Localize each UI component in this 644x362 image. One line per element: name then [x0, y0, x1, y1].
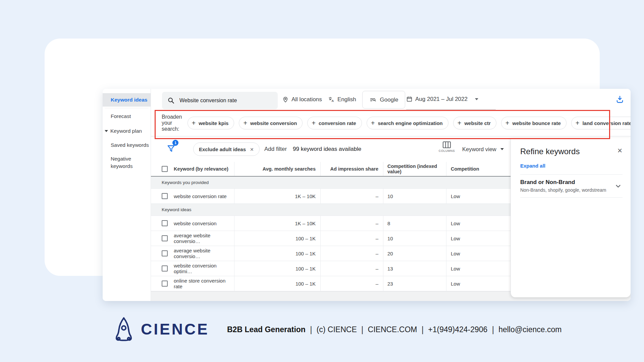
cell-competition-indexed: 13 — [383, 261, 446, 276]
cell-competition-indexed: 10 — [383, 189, 446, 203]
cell-avg-searches: 100 – 1K — [234, 261, 320, 276]
cell-competition-indexed: 8 — [383, 216, 446, 231]
cell-ad-impression: – — [320, 189, 383, 203]
page: Keyword ideas Forecast Keyword plan Save… — [0, 0, 644, 362]
sidebar-item-label: Keyword plan — [110, 128, 142, 134]
close-panel-button[interactable] — [617, 147, 623, 155]
badge-value: 1 — [174, 141, 176, 145]
date-range-selector[interactable]: Aug 2021 – Jul 2022 — [406, 89, 496, 110]
tagline-bold: B2B Lead Generation — [227, 325, 306, 334]
broaden-chip-conversion-rate[interactable]: conversion rate — [307, 117, 362, 129]
view-selector-value: Keyword view — [462, 146, 496, 153]
sidebar-item-label: Saved keywords — [111, 142, 149, 148]
chip-label: search engine optimization — [378, 120, 442, 126]
filter-bar: 1 Exclude adult ideas Add filter 99 keyw… — [151, 136, 511, 162]
broaden-chip-land-conversion-rate[interactable]: land conversion rate — [571, 117, 631, 129]
cience-wordmark: CIENCE — [141, 320, 209, 338]
table-row[interactable]: average website conversio… 100 – 1K – 20… — [151, 246, 511, 261]
close-icon[interactable] — [250, 146, 254, 152]
network-selector[interactable]: Google — [362, 91, 405, 109]
tagline-copyright: (c) CIENCE — [317, 325, 357, 334]
language-selector[interactable]: A English — [328, 89, 356, 110]
select-all-checkbox[interactable] — [162, 166, 168, 172]
chevron-down-icon — [500, 148, 504, 150]
table-row[interactable]: online store conversion rate 100 – 1K – … — [151, 276, 511, 291]
table-row[interactable]: average website conversio… 100 – 1K – 10… — [151, 231, 511, 246]
header-avg-monthly-searches: Avg. monthly searches — [234, 162, 320, 176]
broaden-chip-website-bounce-rate[interactable]: website bounce rate — [501, 117, 567, 129]
chip-label: website bounce rate — [513, 120, 561, 126]
chip-label: website kpis — [199, 120, 228, 126]
separator: | — [361, 324, 364, 335]
keyword-planner-screenshot: Keyword ideas Forecast Keyword plan Save… — [103, 89, 631, 301]
date-range-value: Aug 2021 – Jul 2022 — [415, 96, 468, 103]
separator: | — [422, 324, 424, 335]
location-pin-icon — [282, 96, 289, 103]
plus-icon — [458, 120, 462, 126]
plus-icon — [312, 120, 316, 126]
table-row[interactable]: website conversion 1K – 10K – 8 Low — [151, 216, 511, 231]
broaden-chip-seo[interactable]: search engine optimization — [367, 117, 448, 129]
row-checkbox[interactable] — [162, 250, 168, 256]
exclude-adult-ideas-chip[interactable]: Exclude adult ideas — [193, 142, 260, 156]
row-checkbox[interactable] — [162, 220, 168, 226]
table-header-row: Keyword (by relevance) Avg. monthly sear… — [151, 162, 511, 177]
add-filter-button[interactable]: Add filter — [264, 136, 287, 162]
separator: | — [492, 324, 494, 335]
svg-text:A: A — [331, 99, 334, 103]
cell-competition: Low — [446, 261, 511, 276]
download-button[interactable] — [615, 95, 625, 104]
broaden-chip-website-ctr[interactable]: website ctr — [453, 117, 496, 129]
cell-competition: Low — [446, 246, 511, 261]
network-value: Google — [380, 97, 398, 103]
columns-button[interactable]: COLUMNS — [436, 141, 457, 153]
separator: | — [310, 324, 312, 335]
plus-icon — [371, 120, 375, 126]
cell-ad-impression: – — [320, 231, 383, 246]
header-ad-impression-share: Ad impression share — [320, 162, 383, 176]
cell-avg-searches: 100 – 1K — [234, 231, 320, 246]
chip-label: land conversion rate — [582, 120, 631, 126]
cell-competition-indexed: 20 — [383, 246, 446, 261]
top-toolbar: Website conversion rate All locations A — [151, 89, 631, 110]
row-checkbox[interactable] — [162, 265, 168, 272]
main-area: Website conversion rate All locations A — [151, 89, 631, 301]
cell-keyword: website conversion rate — [174, 193, 227, 199]
footer-branding: CIENCE B2B Lead Generation | (c) CIENCE … — [0, 316, 644, 346]
sidebar-item-negative-keywords[interactable]: Negative keywords — [103, 155, 146, 170]
table-row[interactable]: website conversion optimi… 100 – 1K – 13… — [151, 261, 511, 276]
chip-label: website ctr — [464, 120, 490, 126]
keyword-search-input[interactable]: Website conversion rate — [162, 92, 278, 109]
sidebar-item-keyword-ideas[interactable]: Keyword ideas — [103, 93, 151, 107]
search-icon — [167, 97, 175, 104]
refine-group-brand[interactable]: Brand or Non-Brand Non-Brands, shopify, … — [520, 174, 623, 198]
sidebar-item-forecast[interactable]: Forecast — [103, 110, 151, 123]
table-section-title: Keyword ideas — [151, 204, 511, 216]
cell-avg-searches: 100 – 1K — [234, 246, 320, 261]
broaden-label: Broaden your search: — [162, 114, 182, 132]
keyword-count-status: 99 keyword ideas available — [293, 136, 361, 162]
table-row[interactable]: website conversion rate 1K – 10K – 10 Lo… — [151, 189, 511, 204]
plus-icon — [505, 120, 509, 126]
table-section-title: Keywords you provided — [151, 177, 511, 189]
keyword-view-selector[interactable]: Keyword view — [462, 136, 504, 162]
language-value: English — [337, 96, 356, 103]
promo-card: Keyword ideas Forecast Keyword plan Save… — [45, 39, 600, 276]
broaden-chip-website-kpis[interactable]: website kpis — [187, 117, 234, 129]
cience-rocket-logo — [113, 316, 135, 343]
row-checkbox[interactable] — [162, 235, 168, 241]
sidebar-item-keyword-plan[interactable]: Keyword plan — [103, 124, 151, 138]
chip-label: Exclude adult ideas — [199, 146, 246, 152]
expand-all-link[interactable]: Expand all — [520, 163, 623, 169]
sidebar-item-saved-keywords[interactable]: Saved keywords — [103, 138, 151, 152]
broaden-chip-website-conversion[interactable]: website conversion — [239, 117, 303, 129]
translate-icon: A — [328, 96, 335, 103]
search-value: Website conversion rate — [179, 98, 237, 104]
header-competition: Competition — [446, 162, 511, 176]
results-area: 1 Exclude adult ideas Add filter 99 keyw… — [151, 136, 511, 291]
location-selector[interactable]: All locations — [282, 89, 322, 110]
cell-ad-impression: – — [320, 261, 383, 276]
row-checkbox[interactable] — [162, 193, 168, 199]
row-checkbox[interactable] — [162, 281, 168, 287]
chevron-down-icon — [475, 98, 478, 100]
